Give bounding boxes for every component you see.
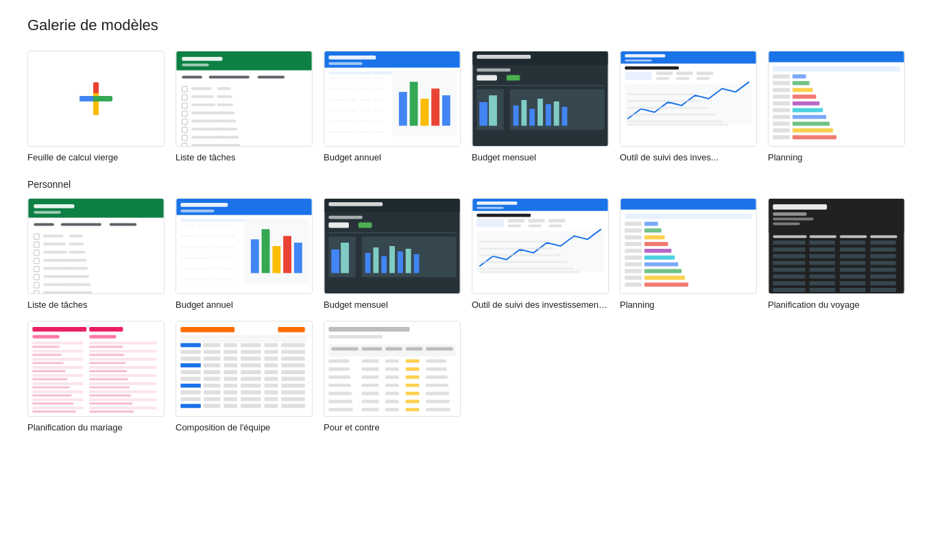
template-card-team[interactable]: Composition de l'équipe [176, 321, 313, 433]
svg-rect-435 [204, 391, 221, 395]
svg-rect-128 [627, 114, 715, 116]
svg-rect-423 [204, 377, 221, 381]
svg-rect-219 [198, 263, 208, 265]
svg-rect-5 [176, 51, 311, 71]
svg-rect-211 [198, 252, 208, 254]
template-card-trip[interactable]: Planification du voyage [768, 198, 905, 310]
svg-rect-325 [870, 254, 895, 258]
template-label-monthly-budget2: Budget mensuel [324, 300, 461, 310]
svg-rect-374 [89, 387, 130, 389]
svg-rect-199 [198, 235, 208, 237]
svg-rect-272 [548, 219, 566, 223]
template-card-pros-cons[interactable]: Pour et contre [324, 321, 461, 433]
svg-rect-143 [793, 101, 819, 106]
svg-rect-314 [773, 241, 805, 245]
svg-rect-223 [198, 268, 208, 270]
svg-rect-151 [793, 128, 833, 132]
svg-rect-163 [69, 234, 83, 237]
svg-rect-202 [180, 241, 196, 243]
svg-rect-227 [198, 273, 208, 275]
svg-rect-243 [294, 243, 302, 273]
template-card-investment[interactable]: Outil de suivi des inves... [620, 51, 757, 162]
svg-rect-53 [346, 93, 357, 95]
svg-rect-317 [870, 241, 895, 245]
svg-rect-370 [89, 378, 128, 380]
svg-rect-201 [225, 235, 235, 237]
svg-rect-473 [385, 376, 399, 379]
svg-rect-46 [360, 82, 370, 84]
svg-rect-184 [69, 291, 93, 293]
svg-rect-25 [217, 120, 237, 123]
svg-rect-439 [281, 391, 305, 395]
svg-rect-267 [476, 219, 503, 228]
svg-rect-160 [110, 223, 136, 226]
svg-rect-350 [89, 335, 116, 339]
svg-rect-495 [426, 408, 450, 411]
svg-rect-9 [209, 75, 250, 78]
svg-rect-322 [773, 254, 805, 258]
svg-rect-117 [625, 72, 651, 80]
svg-rect-447 [204, 404, 221, 408]
svg-rect-19 [217, 104, 234, 106]
template-card-wedding[interactable]: Planification du mariage [27, 321, 165, 433]
template-card-tasklist2[interactable]: Liste de tâches [27, 198, 165, 310]
svg-rect-263 [472, 199, 607, 211]
svg-rect-194 [180, 230, 195, 232]
svg-rect-426 [265, 377, 278, 381]
svg-rect-206 [180, 246, 197, 248]
svg-rect-45 [346, 82, 357, 84]
svg-rect-246 [328, 202, 383, 206]
svg-rect-391 [180, 341, 307, 341]
svg-rect-404 [180, 356, 201, 361]
svg-rect-71 [373, 115, 383, 117]
template-card-tasklist[interactable]: Liste de tâches [176, 51, 313, 162]
svg-rect-414 [265, 363, 278, 367]
svg-rect-361 [89, 358, 157, 361]
svg-rect-85 [346, 136, 357, 138]
svg-rect-145 [793, 108, 823, 112]
svg-rect-340 [840, 281, 865, 285]
svg-rect-491 [328, 408, 352, 411]
svg-rect-372 [32, 387, 69, 389]
svg-rect-468 [385, 367, 399, 371]
svg-rect-224 [212, 268, 222, 270]
template-card-monthly-budget[interactable]: Budget mensuel [472, 51, 609, 162]
template-card-annual-budget[interactable]: Budget annuel [324, 51, 461, 162]
template-card-blank[interactable]: Feuille de calcul vierge [27, 51, 165, 162]
svg-rect-303 [644, 282, 688, 287]
template-label-investment: Outil de suivi des inves... [620, 152, 757, 162]
template-card-planning2[interactable]: Planning [620, 198, 757, 310]
svg-rect-357 [89, 350, 157, 352]
svg-rect-333 [870, 268, 895, 272]
svg-rect-191 [198, 224, 208, 226]
template-label-team: Composition de l'équipe [176, 422, 313, 433]
svg-rect-208 [212, 246, 222, 248]
svg-rect-406 [224, 356, 237, 361]
svg-rect-310 [773, 235, 806, 238]
svg-rect-367 [32, 374, 83, 377]
svg-rect-444 [265, 397, 278, 401]
svg-rect-430 [224, 384, 237, 388]
svg-rect-421 [281, 370, 305, 374]
svg-rect-441 [204, 397, 221, 401]
svg-rect-411 [204, 363, 221, 367]
template-card-annual-budget2[interactable]: Budget annuel [176, 198, 313, 310]
svg-rect-410 [180, 363, 201, 367]
template-card-planning[interactable]: Planning [768, 51, 905, 162]
svg-rect-302 [625, 282, 642, 287]
template-label-monthly-budget: Budget mensuel [472, 152, 609, 162]
svg-rect-399 [204, 350, 221, 354]
svg-rect-354 [89, 345, 123, 348]
svg-rect-103 [489, 95, 497, 125]
svg-rect-460 [426, 347, 452, 350]
template-card-monthly-budget2[interactable]: Budget mensuel [324, 198, 461, 310]
svg-rect-203 [198, 241, 208, 243]
featured-grid: Feuille de calcul vierge [27, 51, 915, 162]
template-card-investment2[interactable]: Outil de suivi des investissements Googl… [472, 198, 609, 310]
svg-rect-463 [385, 359, 399, 363]
svg-rect-275 [479, 241, 547, 243]
svg-rect-121 [676, 77, 690, 80]
svg-rect-344 [840, 288, 865, 292]
svg-rect-132 [769, 51, 904, 62]
svg-rect-15 [191, 95, 214, 98]
